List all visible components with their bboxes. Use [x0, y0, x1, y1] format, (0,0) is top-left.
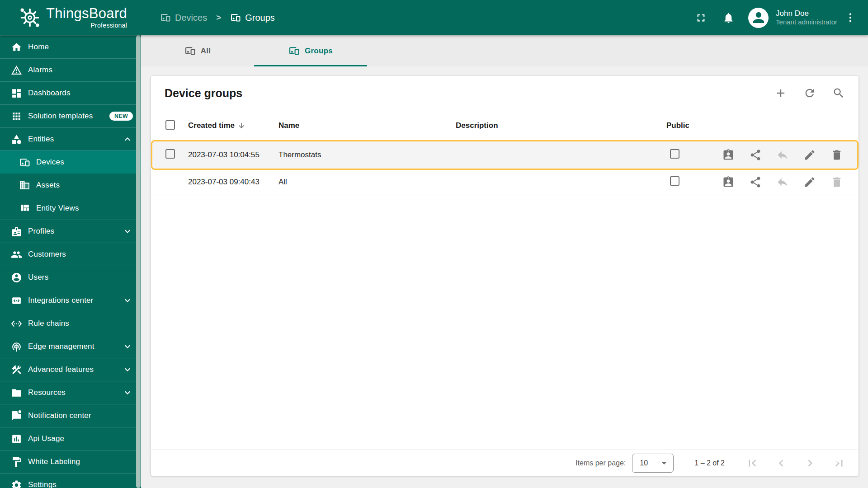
manage-permissions-button[interactable] [722, 176, 735, 188]
device-group-icon [184, 45, 196, 56]
more-vert-icon [844, 12, 856, 23]
chevron-right-icon [803, 456, 817, 470]
dropdown-caret-icon [659, 458, 670, 469]
table-header-row: Created time Name Description Public [151, 113, 859, 138]
sidebar-item-users[interactable]: Users [0, 266, 141, 289]
sidebar-item-resources[interactable]: Resources [0, 381, 141, 404]
sidebar-item-rule-chains[interactable]: Rule chains [0, 312, 141, 335]
fullscreen-button[interactable] [695, 12, 707, 24]
column-header-description[interactable]: Description [456, 121, 666, 130]
column-header-public[interactable]: Public [666, 121, 721, 130]
main-content: All Groups Device groups Created time [141, 35, 868, 488]
sidebar-item-home[interactable]: Home [0, 35, 141, 58]
device-group-icon [19, 157, 30, 168]
sidebar-item-entities[interactable]: Entities [0, 127, 141, 150]
next-page-button [803, 456, 817, 470]
building-icon [19, 179, 30, 191]
sidebar-item-integrations-center[interactable]: Integrations center [0, 289, 141, 312]
search-button[interactable] [832, 87, 845, 99]
breadcrumb: Devices > Groups [160, 12, 275, 23]
cell-name: Thermostats [278, 150, 456, 160]
table-row-thermostats[interactable]: 2023-07-03 10:04:55 Thermostats [151, 140, 859, 170]
home-icon [11, 42, 22, 53]
breadcrumb-separator: > [216, 13, 221, 23]
refresh-button[interactable] [803, 87, 816, 99]
device-groups-card: Device groups Created time Name Descript… [151, 76, 859, 476]
items-per-page-label: Items per page: [576, 459, 626, 467]
chevron-up-icon [122, 134, 133, 145]
chevron-down-icon [122, 295, 133, 306]
folder-icon [11, 387, 22, 399]
category-icon [11, 134, 22, 145]
user-role: Tenant administrator [776, 18, 837, 27]
device-group-icon [230, 12, 241, 23]
last-page-icon [832, 456, 846, 470]
sidebar-item-solution-templates[interactable]: Solution templates NEW [0, 104, 141, 127]
cell-name: All [278, 178, 456, 187]
antenna-icon [11, 341, 22, 352]
top-bar: ThingsBoard Professional Devices > Group… [0, 0, 868, 35]
select-all-checkbox[interactable] [165, 120, 175, 130]
sidebar-item-customers[interactable]: Customers [0, 243, 141, 266]
app-logo[interactable]: ThingsBoard Professional [0, 6, 141, 29]
chevron-down-icon [122, 226, 133, 237]
sidebar-item-advanced-features[interactable]: Advanced features [0, 358, 141, 381]
last-page-button [832, 456, 846, 470]
fullscreen-icon [695, 12, 707, 24]
sidebar-item-dashboards[interactable]: Dashboards [0, 81, 141, 104]
row-actions [721, 176, 843, 188]
sidebar-item-devices[interactable]: Devices [0, 150, 141, 174]
sidebar-item-edge-management[interactable]: Edge management [0, 335, 141, 358]
page-title: Device groups [165, 87, 758, 100]
breadcrumb-item-devices[interactable]: Devices [160, 12, 207, 23]
user-name: John Doe [776, 9, 837, 18]
bell-icon [722, 12, 735, 24]
share-button[interactable] [749, 149, 762, 161]
column-header-name[interactable]: Name [278, 121, 456, 130]
user-menu-button[interactable] [844, 12, 856, 23]
delete-button[interactable] [830, 149, 843, 161]
tab-groups[interactable]: Groups [254, 35, 367, 66]
user-info[interactable]: John Doe Tenant administrator [776, 9, 837, 27]
sidebar-item-notification-center[interactable]: Notification center [0, 404, 141, 427]
add-group-button[interactable] [774, 87, 787, 99]
table-row-all[interactable]: 2023-07-03 09:40:43 All [151, 170, 859, 194]
search-icon [832, 87, 845, 99]
items-per-page-select[interactable]: 10 [632, 454, 674, 473]
chat-unread-icon [11, 410, 22, 422]
sidebar-item-api-usage[interactable]: Api Usage [0, 427, 141, 450]
refresh-icon [803, 87, 816, 99]
row-checkbox[interactable] [165, 149, 175, 159]
sidebar-item-white-labeling[interactable]: White Labeling [0, 450, 141, 473]
avatar[interactable] [748, 8, 769, 28]
sidebar-item-settings[interactable]: Settings [0, 473, 141, 488]
sidebar-item-assets[interactable]: Assets [0, 174, 141, 197]
pagination-controls [745, 456, 846, 470]
badge-icon [11, 226, 22, 237]
first-page-icon [745, 456, 759, 470]
tools-icon [11, 364, 22, 375]
notifications-button[interactable] [722, 12, 735, 24]
make-private-button [776, 176, 789, 188]
manage-permissions-button[interactable] [722, 149, 735, 161]
tab-all[interactable]: All [141, 35, 254, 66]
bar-chart-icon [11, 433, 22, 445]
edit-button[interactable] [803, 176, 816, 188]
brand-subtitle: Professional [90, 22, 127, 29]
delete-button [830, 176, 843, 188]
share-button[interactable] [749, 176, 762, 188]
sidebar-scrollbar[interactable] [136, 35, 141, 488]
edit-button[interactable] [803, 149, 816, 161]
card-toolbar: Device groups [151, 80, 859, 106]
plus-icon [774, 87, 787, 99]
sidebar-item-entity-views[interactable]: Entity Views [0, 197, 141, 220]
column-header-created-time[interactable]: Created time [188, 121, 278, 130]
chevron-left-icon [774, 456, 788, 470]
page-range-label: 1 – 2 of 2 [694, 459, 725, 467]
breadcrumb-item-groups[interactable]: Groups [230, 12, 275, 23]
make-private-button [776, 149, 789, 161]
sidebar-item-profiles[interactable]: Profiles [0, 220, 141, 243]
public-checkbox [670, 176, 679, 186]
sidebar-item-alarms[interactable]: Alarms [0, 58, 141, 81]
chevron-down-icon [122, 387, 133, 398]
